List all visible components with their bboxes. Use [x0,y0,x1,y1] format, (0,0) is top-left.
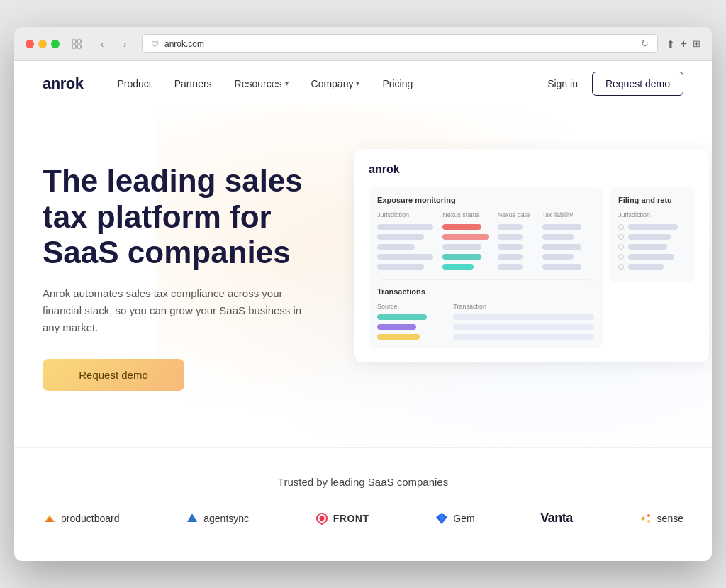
logo-gem: Gem [435,511,474,526]
exposure-title: Exposure monitoring [377,196,594,204]
svg-rect-3 [77,45,81,48]
security-icon: 🛡 [151,40,159,48]
maximize-dot[interactable] [51,40,60,48]
nexus-bar [442,254,481,260]
browser-window: ‹ › 🛡 anrok.com ↻ ⬆ + ⊞ anrok Product Pa… [14,27,712,561]
dashboard-card: anrok Exposure monitoring Jurisdiction N… [354,149,709,362]
signin-button[interactable]: Sign in [547,78,578,89]
filing-bar [628,254,674,260]
jurisdiction-bar [377,264,424,270]
logo-vanta: Vanta [540,511,573,526]
filing-row [618,264,686,270]
hero-section: The leading sales tax platform for SaaS … [14,106,712,447]
nav-link-partners[interactable]: Partners [174,78,212,89]
nav-logo[interactable]: anrok [43,74,83,93]
exposure-table-header: Jurisdiction Nexus status Nexus date Tax… [377,211,594,218]
filing-dot [618,234,624,240]
filing-row [618,244,686,250]
col-nexus-status: Nexus status [442,211,495,218]
date-bar [498,224,523,230]
sense-label: sense [657,513,683,524]
hero-description: Anrok automates sales tax compliance acr… [43,285,312,336]
svg-marker-6 [187,514,197,522]
chevron-down-icon: ▾ [285,79,289,87]
date-bar [498,264,523,270]
hero-title: The leading sales tax platform for SaaS … [43,163,354,271]
liability-bar [542,224,581,230]
nav-link-product[interactable]: Product [117,78,151,89]
nav-link-company[interactable]: Company ▾ [311,78,360,89]
svg-point-10 [647,514,650,517]
agentsync-icon [185,511,199,526]
new-tab-icon[interactable]: + [681,38,687,50]
sense-icon [639,511,653,526]
filing-row [618,234,686,240]
jurisdiction-bar [377,244,415,250]
svg-point-11 [647,520,650,523]
browser-toolbar: ‹ › 🛡 anrok.com ↻ ⬆ + ⊞ [14,27,712,61]
transaction-bar [453,324,594,330]
forward-button[interactable]: › [116,35,133,52]
nav-link-pricing[interactable]: Pricing [382,78,413,89]
date-bar [498,234,523,240]
source-bar [377,334,420,340]
liability-bar [542,264,581,270]
table-row [377,264,594,270]
jurisdiction-bar [377,234,424,240]
gem-label: Gem [453,513,474,524]
filing-panel: Filing and retu Jurisdiction [610,187,695,282]
browser-toolbar-right: ⬆ + ⊞ [666,38,700,50]
filing-row [618,254,686,260]
date-bar [498,254,523,260]
back-button[interactable]: ‹ [94,35,111,52]
filing-title: Filing and retu [618,196,686,204]
liability-bar [542,254,574,260]
nexus-bar [442,244,481,250]
jurisdiction-bar [377,254,433,260]
trusted-title: Trusted by leading SaaS companies [43,476,683,488]
hero-left: The leading sales tax platform for SaaS … [43,149,354,391]
filing-column-header: Jurisdiction [618,211,686,218]
liability-bar [542,234,574,240]
hero-cta-button[interactable]: Request demo [43,359,184,391]
nav-link-resources[interactable]: Resources ▾ [235,78,289,89]
layout-icon[interactable] [68,35,85,52]
productboard-icon [43,511,57,526]
hero-right: anrok Exposure monitoring Jurisdiction N… [340,149,709,362]
nexus-bar [442,234,489,240]
minimize-dot[interactable] [38,40,47,48]
table-row [377,234,594,240]
request-demo-nav-button[interactable]: Request demo [592,72,683,96]
front-label: FRONT [333,513,369,524]
grid-icon[interactable]: ⊞ [693,38,700,49]
svg-point-9 [641,516,644,520]
date-bar [498,244,523,250]
nexus-bar [442,224,481,230]
table-row [377,244,594,250]
address-bar[interactable]: 🛡 anrok.com ↻ [142,34,658,53]
col-tax-liability: Tax liability [542,211,595,218]
source-bar [377,324,416,330]
refresh-icon[interactable]: ↻ [641,38,649,49]
trusted-logos: productboard agentsync [43,511,683,526]
close-dot[interactable] [26,40,34,48]
logo-front: FRONT [315,511,369,526]
nav-links: Product Partners Resources ▾ Company ▾ P… [117,78,547,89]
filing-dot [618,244,624,250]
website-content: anrok Product Partners Resources ▾ Compa… [14,61,712,561]
nexus-bar [442,264,474,270]
share-icon[interactable]: ⬆ [666,38,675,50]
productboard-label: productboard [61,513,120,524]
col-nexus-date: Nexus date [498,211,540,218]
vanta-label: Vanta [540,511,573,526]
col-transaction: Transaction [453,303,594,310]
logo-sense: sense [639,511,683,526]
table-row [377,254,594,260]
source-bar [377,314,427,320]
jurisdiction-bar [377,224,433,230]
filing-dot [618,254,624,260]
filing-bar [628,264,664,270]
table-row [377,224,594,230]
filing-bar [628,234,671,240]
main-nav: anrok Product Partners Resources ▾ Compa… [14,61,712,106]
